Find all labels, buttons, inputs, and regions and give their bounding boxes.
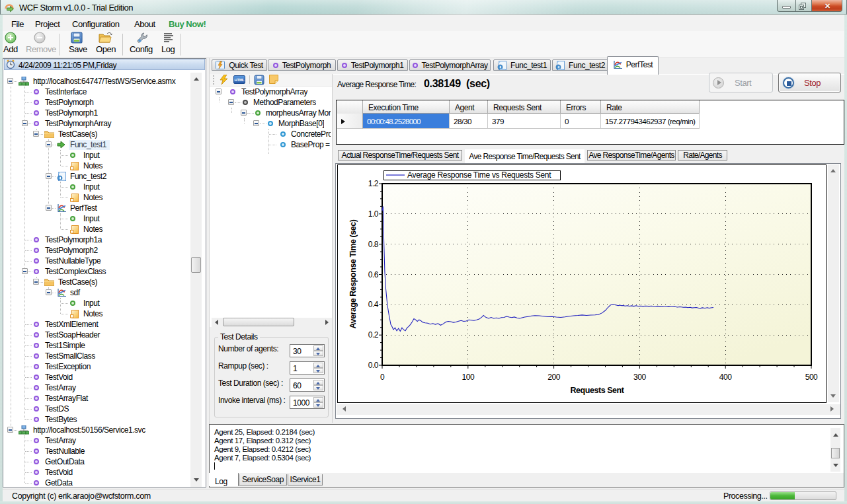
svg-text:0.4: 0.4 (368, 300, 379, 309)
svg-text:Average Response Time (sec): Average Response Time (sec) (348, 219, 358, 328)
svg-text:0: 0 (380, 373, 385, 382)
svg-text:0.2: 0.2 (368, 330, 379, 340)
svg-text:300: 300 (633, 373, 646, 382)
svg-text:400: 400 (719, 373, 732, 382)
svg-text:1.0: 1.0 (368, 209, 379, 219)
svg-text:0.6: 0.6 (368, 270, 379, 279)
svg-text:200: 200 (547, 373, 560, 382)
svg-text:Average Response Time vs Reque: Average Response Time vs Requests Sent (407, 170, 551, 180)
svg-text:0.0: 0.0 (368, 361, 379, 370)
svg-text:Requests Sent: Requests Sent (571, 386, 625, 395)
svg-text:0.8: 0.8 (368, 240, 379, 249)
svg-text:500: 500 (805, 373, 818, 382)
svg-text:1.2: 1.2 (368, 179, 379, 188)
svg-text:100: 100 (462, 373, 474, 382)
